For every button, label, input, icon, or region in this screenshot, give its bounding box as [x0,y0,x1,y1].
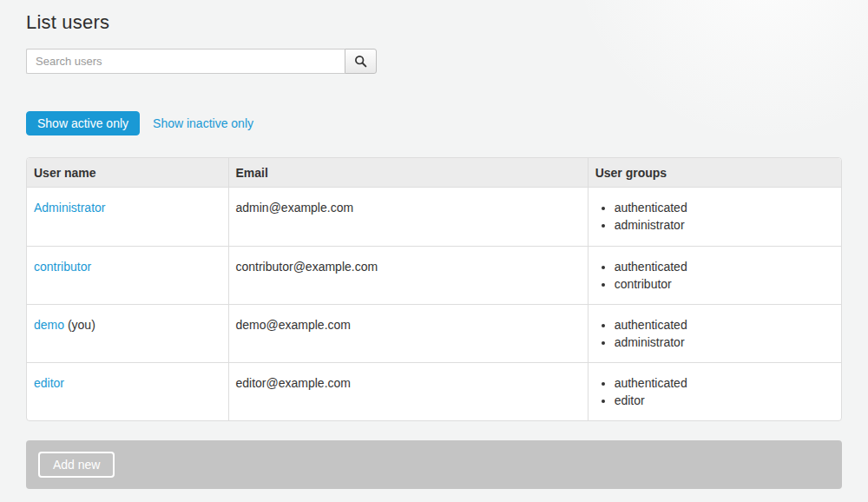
show-active-only-button[interactable]: Show active only [26,111,140,135]
username-cell: editor [27,362,228,420]
groups-cell: authenticated editor [588,362,841,420]
user-suffix: (you) [64,318,95,332]
add-new-button[interactable]: Add new [38,452,115,478]
user-link[interactable]: demo [34,318,64,332]
search-button[interactable] [345,49,377,74]
table-row: demo (you) demo@example.com authenticate… [27,304,841,362]
table-row: editor editor@example.com authenticated … [27,362,841,420]
email-cell: admin@example.com [228,188,588,246]
group-item: authenticated [615,374,834,392]
group-item: administrator [615,334,834,351]
column-header-username: User name [27,158,228,188]
groups-cell: authenticated contributor [588,246,841,304]
user-link[interactable]: editor [34,376,64,390]
group-item: administrator [615,216,834,234]
groups-list: authenticated administrator [595,199,834,234]
column-header-user-groups: User groups [588,158,841,188]
group-item: authenticated [615,258,834,275]
group-item: editor [615,392,834,409]
username-cell: demo (you) [27,304,228,362]
table-row: Administrator admin@example.com authenti… [27,188,841,246]
page-title: List users [26,11,842,34]
action-footer-bar: Add new [26,440,842,489]
email-cell: editor@example.com [228,362,588,420]
users-page: List users Show active only Show inactiv… [0,11,868,489]
email-cell: contributor@example.com [228,246,588,304]
group-item: authenticated [615,316,834,334]
user-link[interactable]: Administrator [34,201,105,215]
show-inactive-only-link[interactable]: Show inactive only [153,116,253,130]
username-cell: contributor [27,246,228,304]
filter-toggle-row: Show active only Show inactive only [26,111,842,135]
search-bar [26,49,377,74]
magnifier-icon [354,55,367,68]
groups-list: authenticated administrator [595,316,834,351]
column-header-email: Email [228,158,588,188]
groups-list: authenticated contributor [595,258,834,293]
groups-cell: authenticated administrator [588,304,841,362]
table-header-row: User name Email User groups [27,158,841,188]
groups-list: authenticated editor [595,374,834,409]
groups-cell: authenticated administrator [588,188,841,246]
email-cell: demo@example.com [228,304,588,362]
group-item: authenticated [615,199,834,216]
search-input[interactable] [26,49,345,74]
table-row: contributor contributor@example.com auth… [27,246,841,304]
users-table: User name Email User groups Administrato… [26,157,842,421]
user-link[interactable]: contributor [34,260,91,274]
username-cell: Administrator [27,188,228,246]
group-item: contributor [615,275,834,293]
